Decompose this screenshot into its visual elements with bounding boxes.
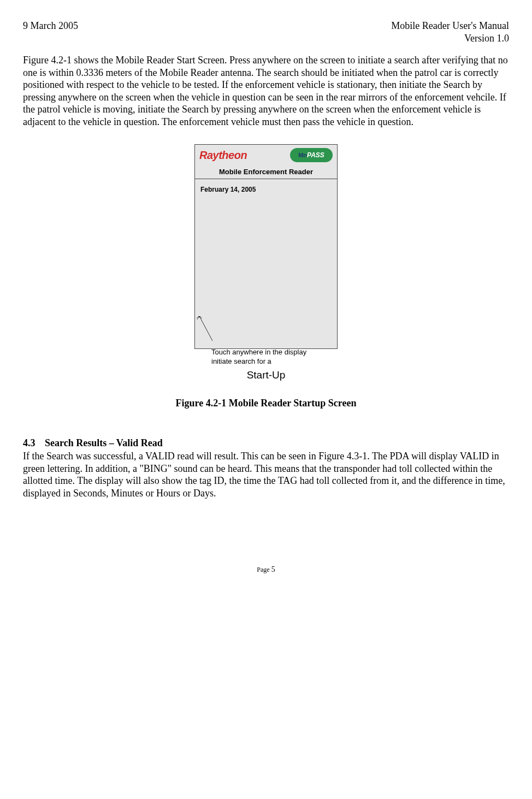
section-number: 4.3 (23, 437, 45, 449)
page-header: 9 March 2005 Mobile Reader User's Manual… (23, 20, 509, 44)
callout-line-2: initiate search for a (211, 357, 353, 366)
callout-leader-line (195, 316, 217, 346)
mnpass-logo: MnPASS (290, 148, 333, 162)
header-right: Mobile Reader User's Manual Version 1.0 (391, 20, 509, 44)
raytheon-logo: Raytheon (199, 149, 247, 162)
figure-caption: Figure 4.2-1 Mobile Reader Startup Scree… (23, 397, 509, 410)
callout-line-1: Touch anywhere in the display (211, 348, 353, 357)
callout: Touch anywhere in the display initiate s… (184, 333, 348, 365)
callout-text: Touch anywhere in the display initiate s… (211, 348, 353, 366)
section-paragraph: If the Search was successful, a VALID re… (23, 450, 509, 499)
logo-row: Raytheon MnPASS (199, 148, 333, 162)
intro-paragraph: Figure 4.2-1 shows the Mobile Reader Sta… (23, 54, 509, 128)
pda-screen-header: Raytheon MnPASS Mobile Enforcement Reade… (195, 145, 337, 179)
header-version: Version 1.0 (391, 32, 509, 45)
mnpass-logo-text: MnPASS (298, 151, 324, 159)
page-footer: Page 5 (23, 565, 509, 575)
startup-label: Start-Up (247, 369, 286, 382)
section-heading: 4.3Search Results – Valid Read (23, 437, 509, 449)
svg-line-0 (199, 316, 212, 341)
figure-startup-screen: Raytheon MnPASS Mobile Enforcement Reade… (23, 144, 509, 387)
footer-page-number: 5 (271, 565, 275, 573)
section-title: Search Results – Valid Read (45, 437, 163, 448)
header-title: Mobile Reader User's Manual (391, 20, 509, 32)
pda-date: February 14, 2005 (200, 186, 332, 194)
footer-prefix: Page (257, 566, 271, 573)
pda-subtitle: Mobile Enforcement Reader (199, 168, 333, 176)
header-date: 9 March 2005 (23, 20, 78, 44)
